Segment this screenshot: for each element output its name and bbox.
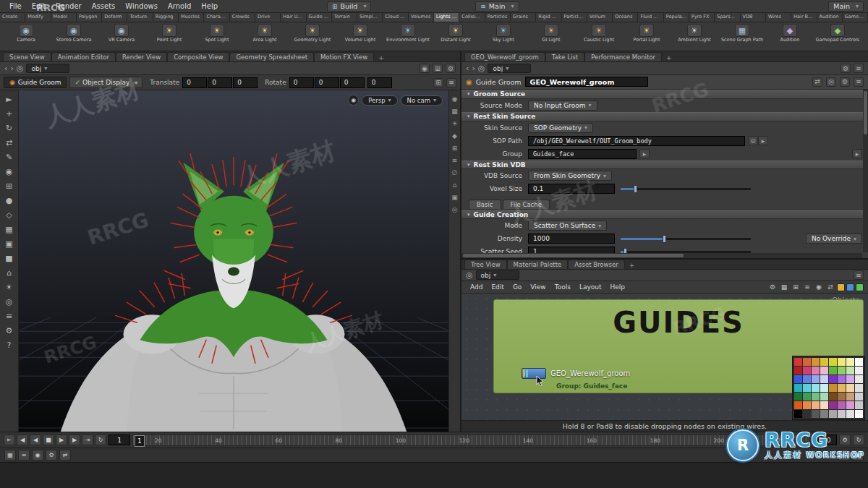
menu-icon[interactable]: ≡ — [854, 77, 864, 87]
help-icon[interactable]: ? — [2, 338, 17, 352]
network-menu-item[interactable]: Layout — [575, 283, 606, 291]
pin-icon[interactable]: ◎ — [478, 65, 485, 72]
shelf-tool[interactable]: ◆ Gamepad Controls — [814, 24, 861, 51]
reselect-icon[interactable]: ▸ — [852, 149, 862, 158]
open-node-icon[interactable]: ▸ — [758, 136, 768, 145]
color-swatch[interactable] — [838, 393, 846, 401]
pane-tab[interactable]: Composite View — [167, 52, 229, 61]
shelf-tab[interactable]: Deform — [102, 13, 127, 22]
color-swatch[interactable] — [803, 384, 811, 392]
color-swatch[interactable] — [820, 358, 828, 366]
network-menu-item[interactable]: Go — [509, 283, 526, 291]
color-swatch[interactable] — [803, 375, 811, 383]
point-snap-icon[interactable]: ● — [2, 194, 17, 207]
color-swatch[interactable] — [812, 367, 820, 374]
menu-item[interactable]: Arnold — [163, 1, 196, 11]
shelf-tab[interactable]: Guide Process — [307, 13, 332, 22]
menu-item[interactable]: Render — [51, 1, 87, 11]
node-chooser-icon[interactable]: ⊙ — [748, 136, 758, 145]
lighting-toggle-icon[interactable]: ☀ — [450, 118, 459, 129]
pin-icon[interactable]: ◎ — [466, 272, 473, 279]
visibility-icon[interactable]: ◉ — [814, 283, 824, 292]
forward-icon[interactable]: › — [10, 65, 13, 72]
viewport-3d[interactable]: ◉ Persp No cam — [19, 90, 448, 432]
translate-field[interactable]: 0 — [208, 77, 232, 88]
network-menu-item[interactable]: Add — [466, 283, 487, 291]
color-swatch[interactable] — [803, 358, 811, 366]
shelf-tool[interactable]: ☀ Environment Light — [385, 24, 431, 51]
shelf-tool[interactable]: ☀ Point Light — [146, 24, 192, 51]
network-path[interactable]: obj — [476, 270, 519, 280]
pane-tab[interactable]: Scene View — [3, 52, 51, 61]
color-swatch[interactable] — [838, 367, 846, 374]
link-editor-icon[interactable]: ⇄ — [825, 283, 835, 292]
override-dropdown[interactable]: No Override — [806, 234, 862, 244]
color-swatch[interactable] — [829, 375, 837, 383]
pane-tab[interactable]: Take List — [545, 52, 584, 61]
translate-field[interactable]: 0 — [233, 77, 258, 88]
menu-item[interactable]: Assets — [87, 1, 121, 11]
shelf-tool[interactable]: ☀ Caustic Light — [576, 24, 622, 51]
display-flag-chip[interactable] — [846, 283, 854, 291]
shelf-tab[interactable]: VDB — [741, 13, 766, 22]
param-folder-tab[interactable]: File Cache — [503, 200, 550, 209]
source-mode-dropdown[interactable]: No Input Groom — [528, 100, 597, 111]
color-swatch[interactable] — [820, 384, 828, 392]
shelf-tab[interactable]: Fluid Containers — [638, 13, 663, 22]
translate-field[interactable]: 0 — [182, 77, 207, 88]
param-folder-tab[interactable]: Basic — [469, 200, 501, 209]
menu-item[interactable]: Windows — [120, 1, 163, 11]
playback-settings-icon[interactable]: ⚙ — [46, 450, 57, 461]
viewport-canvas[interactable] — [19, 90, 448, 432]
rotate-tool-icon[interactable]: ↻ — [2, 121, 17, 135]
shelf-tab[interactable]: Particles — [485, 13, 511, 22]
color-swatch[interactable] — [846, 393, 854, 401]
shelf-tab[interactable]: Drive — [255, 13, 281, 22]
shelf-tab[interactable]: Simple FX — [357, 13, 383, 22]
shelf-tab[interactable]: Populate Containers — [664, 13, 689, 22]
shelf-tool[interactable]: ☀ Geometry Light — [289, 24, 336, 51]
pane-tab[interactable]: Performance Monitor — [584, 52, 662, 61]
list-view-icon[interactable]: ≡ — [802, 283, 812, 292]
color-swatch[interactable] — [803, 393, 811, 401]
color-swatch[interactable] — [838, 375, 846, 383]
pane-tab[interactable]: Animation Editor — [51, 52, 116, 61]
network-tab[interactable]: Material Palette — [507, 260, 569, 269]
display-mode-dropdown[interactable]: ✓ Object Display — [69, 77, 142, 88]
rotate-field[interactable]: 0 — [289, 77, 314, 88]
pane-tab[interactable]: Motion FX View — [314, 52, 374, 61]
voxel-size-field[interactable]: 0.1 — [528, 184, 615, 194]
shelf-tool[interactable]: ◉ Camera — [3, 24, 49, 51]
reference-plane-icon[interactable]: ■ — [2, 252, 17, 265]
multi-snap-icon[interactable]: ▦ — [2, 223, 17, 236]
playback-options-button[interactable]: ⚙ — [839, 435, 851, 445]
color-swatch[interactable] — [812, 358, 820, 366]
shaded-display-icon[interactable]: ◉ — [450, 93, 459, 104]
shelf-tab[interactable]: Texture — [127, 13, 153, 22]
shelf-tab[interactable]: Character — [204, 13, 229, 22]
shelf-tool[interactable]: ☀ Sky Light — [480, 24, 527, 51]
color-swatch[interactable] — [855, 375, 863, 383]
realtime-toggle-button[interactable]: ↻ — [853, 435, 864, 445]
go-start-button[interactable]: ⇤ — [4, 435, 15, 445]
color-swatch[interactable] — [846, 410, 854, 418]
shelf-tab[interactable]: Particle Fluids — [562, 13, 587, 22]
params-path[interactable]: obj — [488, 64, 531, 73]
shelf-tab[interactable]: Terrain — [332, 13, 357, 22]
shelf-tool[interactable]: ☀ Ambient Light — [671, 24, 718, 51]
wrench-icon[interactable]: ⚙ — [767, 283, 778, 292]
network-canvas[interactable]: Objects GUIDES GEO_Werewolf_groom Group:… — [461, 294, 868, 420]
color-swatch[interactable] — [846, 375, 854, 383]
shelf-tab[interactable]: Muscles — [179, 13, 204, 22]
shelf-tab[interactable]: Hair Utils — [281, 13, 306, 22]
group-select-icon[interactable]: ▸ — [639, 149, 650, 158]
shadow-toggle-icon[interactable]: ◆ — [450, 130, 459, 141]
gear-icon[interactable]: ⚙ — [841, 64, 851, 73]
pin-icon[interactable]: ◎ — [826, 77, 836, 87]
color-swatch[interactable] — [820, 375, 828, 383]
shelf-tool[interactable]: ◉ VR Camera — [98, 24, 145, 51]
color-swatch[interactable] — [829, 384, 837, 392]
color-swatch[interactable] — [803, 410, 811, 418]
shelf-tab[interactable]: Audition — [817, 13, 843, 22]
back-icon[interactable]: ‹ — [4, 65, 7, 72]
